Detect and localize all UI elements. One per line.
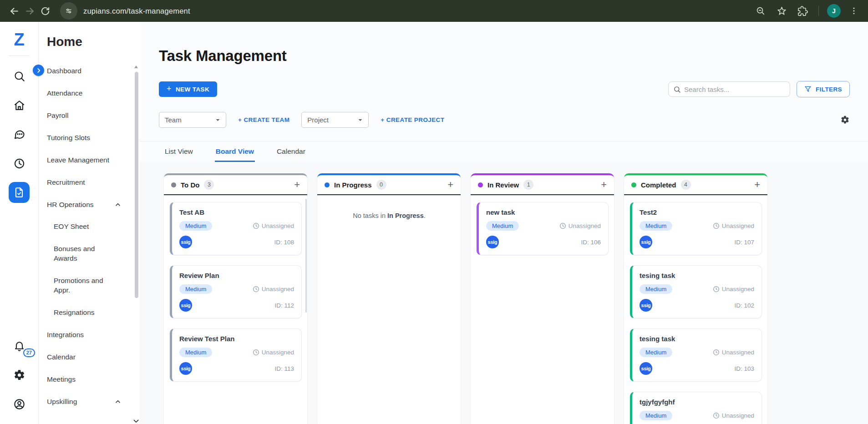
task-title: Review Test Plan: [179, 335, 294, 343]
kanban-board: To Do3+Test ABMediumUnassignedssigID: 10…: [140, 162, 868, 424]
column-body: Test2MediumUnassignedssigID: 107tesing t…: [624, 195, 767, 424]
task-title: Test AB: [179, 208, 294, 216]
column-body: No tasks in In Progress.: [317, 195, 461, 424]
chevron-up-icon[interactable]: [114, 201, 122, 208]
assignee-status: Unassigned: [253, 349, 294, 356]
sidebar-home-title[interactable]: Home: [47, 35, 140, 49]
sidebar-item-tutoring-slots[interactable]: Tutoring Slots: [47, 127, 140, 149]
project-select[interactable]: Project: [301, 112, 369, 128]
site-info-icon[interactable]: [60, 2, 77, 20]
sidebar-item-label: Attendance: [47, 89, 82, 98]
column-scrollbar-thumb[interactable]: [305, 199, 307, 313]
filters-button[interactable]: FILTERS: [797, 81, 850, 97]
task-card[interactable]: Review Test PlanMediumUnassignedssigID: …: [170, 328, 302, 382]
priority-badge: Medium: [640, 221, 672, 231]
sidebar-item-leave-management[interactable]: Leave Management: [47, 149, 140, 172]
column-title: In Review: [487, 181, 519, 189]
empty-message-prefix: No tasks in: [353, 212, 387, 219]
rail-divider: [9, 56, 30, 56]
search-icon[interactable]: [9, 66, 30, 86]
assignee-avatar: ssig: [179, 362, 192, 375]
add-task-button[interactable]: +: [447, 180, 453, 190]
tab-list-view[interactable]: List View: [164, 141, 194, 162]
priority-badge: Medium: [179, 348, 212, 357]
sidebar-expand-button[interactable]: [33, 65, 44, 76]
column-count-badge: 0: [376, 180, 386, 190]
task-card[interactable]: tesing taskMediumUnassignedssigID: 103: [630, 328, 762, 382]
sidebar-item-label: EOY Sheet: [54, 222, 89, 232]
search-tasks-input[interactable]: [684, 86, 785, 93]
sidebar-item-payroll[interactable]: Payroll: [47, 105, 140, 127]
bookmark-star-icon[interactable]: [774, 3, 789, 19]
tab-board-view[interactable]: Board View: [215, 141, 255, 162]
nav-scrollbar-thumb[interactable]: [135, 72, 138, 298]
task-card[interactable]: tgjyfgyfghfMediumUnassignedssigID: 105: [630, 392, 762, 424]
extensions-icon[interactable]: [795, 3, 810, 19]
task-card[interactable]: new taskMediumUnassignedssigID: 106: [477, 202, 609, 255]
assignee-status: Unassigned: [713, 349, 754, 356]
assignee-label: Unassigned: [722, 349, 754, 356]
nav-scroll-down-icon[interactable]: [132, 419, 140, 424]
task-meta-row: MediumUnassigned: [179, 221, 294, 231]
tasks-icon[interactable]: [9, 182, 30, 203]
sidebar-item-integrations[interactable]: Integrations: [47, 324, 140, 346]
task-card[interactable]: tesing taskMediumUnassignedssigID: 102: [630, 265, 762, 318]
add-task-button[interactable]: +: [601, 180, 607, 190]
bell-icon[interactable]: 27: [9, 335, 30, 356]
create-team-link[interactable]: + CREATE TEAM: [238, 116, 289, 123]
forward-icon[interactable]: [22, 3, 37, 19]
back-icon[interactable]: [6, 3, 22, 19]
nav-scrollbar-up-arrow[interactable]: [134, 66, 138, 68]
sidebar-item-dashboard[interactable]: Dashboard: [47, 60, 140, 82]
tab-calendar[interactable]: Calendar: [276, 141, 306, 162]
sidebar-item-recruitment[interactable]: Recruitment: [47, 172, 140, 194]
chevron-up-icon[interactable]: [114, 398, 122, 405]
board-settings-gear-icon[interactable]: [840, 115, 850, 125]
zoom-out-icon[interactable]: [753, 3, 768, 19]
sidebar-item-bonuses-and-awards[interactable]: Bonuses and Awards: [47, 238, 140, 270]
column-body: new taskMediumUnassignedssigID: 106: [471, 195, 614, 424]
sidebar-item-meetings[interactable]: Meetings: [47, 368, 140, 391]
url-bar[interactable]: zupians.com/task-management: [83, 7, 190, 15]
kanban-column-completed: Completed4+Test2MediumUnassignedssigID: …: [624, 173, 767, 424]
profile-icon[interactable]: [9, 394, 30, 414]
task-card[interactable]: Test ABMediumUnassignedssigID: 108: [170, 202, 302, 255]
sidebar-item-promotions-and-appr[interactable]: Promotions and Appr.: [47, 270, 140, 302]
sidebar-item-attendance[interactable]: Attendance: [47, 82, 140, 105]
team-select[interactable]: Team: [159, 112, 226, 128]
sidebar-item-label: HR Operations: [47, 200, 94, 210]
priority-badge: Medium: [640, 411, 672, 420]
clock-icon: [713, 286, 720, 293]
sidebar-item-resignations[interactable]: Resignations: [47, 302, 140, 324]
column-status-dot: [478, 182, 483, 187]
browser-profile-avatar[interactable]: J: [827, 4, 841, 18]
sidebar-item-calendar[interactable]: Calendar: [47, 346, 140, 368]
task-title: tesing task: [640, 272, 754, 279]
column-status-dot: [325, 182, 330, 187]
add-task-button[interactable]: +: [294, 180, 300, 190]
new-task-button[interactable]: + NEW TASK: [159, 81, 217, 97]
reload-icon[interactable]: [37, 3, 53, 19]
task-card[interactable]: Review PlanMediumUnassignedssigID: 112: [170, 265, 302, 318]
menu-dots-icon[interactable]: [846, 3, 862, 19]
column-body: Test ABMediumUnassignedssigID: 108Review…: [164, 195, 307, 424]
main-content: Task Management + NEW TASK FILTERS Team: [140, 22, 868, 424]
sidebar-item-upskilling[interactable]: Upskilling: [47, 391, 140, 413]
column-header: In Review1+: [471, 173, 614, 195]
home-icon[interactable]: [9, 95, 30, 116]
add-task-button[interactable]: +: [754, 180, 760, 190]
settings-icon[interactable]: [9, 364, 30, 385]
clock-icon[interactable]: [9, 153, 30, 174]
task-card[interactable]: Test2MediumUnassignedssigID: 107: [630, 202, 762, 255]
sidebar-item-label: Payroll: [47, 111, 68, 121]
sidebar-item-eoy-sheet[interactable]: EOY Sheet: [47, 216, 140, 238]
create-project-link[interactable]: + CREATE PROJECT: [381, 116, 444, 123]
chat-icon[interactable]: [9, 124, 30, 145]
assignee-status: Unassigned: [713, 286, 754, 293]
kanban-column-in-progress: In Progress0+No tasks in In Progress.: [317, 173, 461, 424]
chevron-down-icon: [213, 116, 222, 124]
sidebar-item-hr-operations[interactable]: HR Operations: [47, 194, 140, 216]
icon-rail: Z 27: [0, 22, 39, 424]
assignee-label: Unassigned: [722, 222, 754, 229]
task-meta-row: MediumUnassigned: [486, 221, 601, 231]
